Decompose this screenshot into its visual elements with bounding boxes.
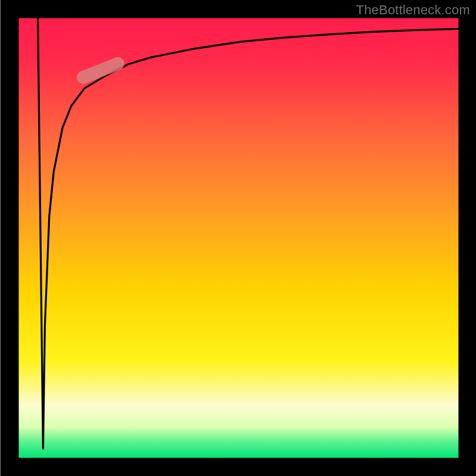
plot-area: [18, 18, 459, 458]
chart-canvas: TheBottleneck.com: [0, 0, 476, 476]
chart-svg: [0, 0, 476, 476]
watermark-text: TheBottleneck.com: [356, 2, 470, 18]
